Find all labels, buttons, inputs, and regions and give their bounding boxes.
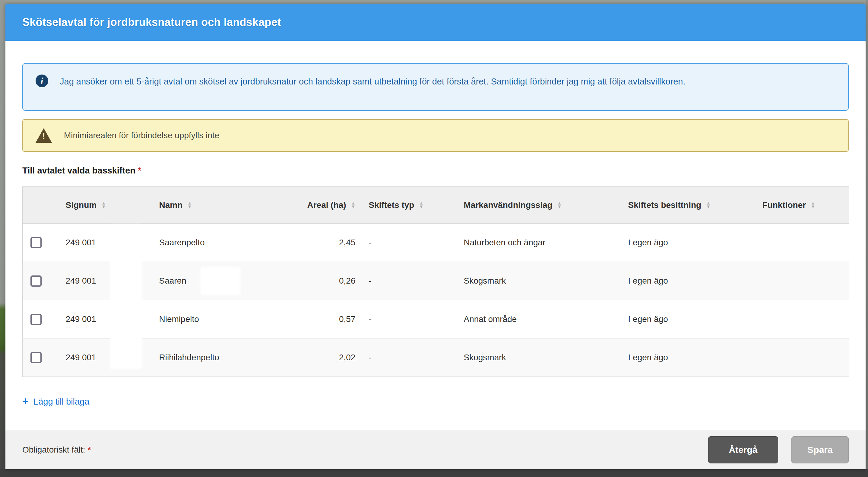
info-icon: i [36,74,48,87]
redaction-patch [111,226,141,368]
required-field-note: Obligatoriskt fält: * [22,445,91,455]
column-header-markanvandningsslag[interactable]: Markanvändningsslag▲▼ [453,187,617,223]
agreement-dialog: Skötselavtal för jordbruksnaturen och la… [5,4,866,469]
table-row: 249 001 Saarenpelto 2,45 - Naturbeten oc… [23,223,849,262]
dialog-footer: Obligatoriskt fält: * Återgå Spara [5,430,866,469]
warning-exclamation: ! [36,132,52,140]
page-background-top [0,0,868,4]
cell-areal: 2,02 [266,338,358,377]
info-banner-text: Jag ansöker om ett 5-årigt avtal om sköt… [60,74,685,90]
column-header-namn[interactable]: Namn▲▼ [148,187,266,223]
page-background-bottom [0,469,868,477]
sort-icon[interactable]: ▲▼ [187,201,192,208]
cell-skiftets-typ: - [358,262,453,300]
cell-funktioner [751,338,849,377]
column-header-skiftets-besittning[interactable]: Skiftets besittning▲▼ [617,187,751,223]
sort-icon[interactable]: ▲▼ [351,201,355,208]
warning-banner-text: Minimiarealen för förbindelse uppfylls i… [64,131,219,140]
sort-icon[interactable]: ▲▼ [101,201,106,208]
column-header-funktioner[interactable]: Funktioner▲▼ [751,187,849,223]
dialog-title: Skötselavtal för jordbruksnaturen och la… [22,16,281,29]
column-header-areal[interactable]: Areal (ha)▲▼ [266,187,358,223]
section-label-text: Till avtalet valda basskiften [22,166,135,175]
required-asterisk: * [138,166,141,175]
warning-banner: ! Minimiarealen för förbindelse uppfylls… [22,119,849,152]
dialog-header: Skötselavtal för jordbruksnaturen och la… [5,4,866,41]
cell-skiftets-besittning: I egen ägo [617,262,751,300]
cell-skiftets-typ: - [358,300,453,338]
table-header-row: Signum▲▼ Namn▲▼ Areal (ha)▲▼ Skiftets ty… [23,187,849,223]
table-row: 249 001 Saaren 0,26 - Skogsmark I egen ä… [23,262,849,300]
cell-areal: 0,26 [266,262,358,300]
cell-areal: 0,57 [266,300,358,338]
add-attachment-label: Lägg till bilaga [33,397,89,407]
table-row: 249 001 Niemipelto 0,57 - Annat område I… [23,300,849,338]
cell-skiftets-typ: - [358,223,453,262]
sort-icon[interactable]: ▲▼ [706,201,711,208]
parcels-table: Signum▲▼ Namn▲▼ Areal (ha)▲▼ Skiftets ty… [22,186,849,377]
cell-funktioner [751,223,849,262]
cell-skiftets-typ: - [358,338,453,377]
cell-namn: Saarenpelto [148,223,266,262]
cell-skiftets-besittning: I egen ägo [617,338,751,377]
info-banner: i Jag ansöker om ett 5-årigt avtal om sk… [22,63,849,111]
cell-skiftets-besittning: I egen ägo [617,300,751,338]
save-button[interactable]: Spara [792,436,849,464]
cell-markanvandningsslag: Skogsmark [453,262,617,300]
back-button[interactable]: Återgå [708,436,778,464]
redaction-patch [202,268,240,294]
cell-funktioner [751,300,849,338]
row-checkbox[interactable] [30,237,42,248]
section-label: Till avtalet valda basskiften * [22,166,849,176]
column-header-signum[interactable]: Signum▲▼ [54,187,148,223]
row-checkbox[interactable] [30,352,42,363]
plus-icon: + [22,396,29,407]
page-background-right [866,0,868,477]
add-attachment-link[interactable]: + Lägg till bilaga [22,396,89,407]
cell-skiftets-besittning: I egen ägo [617,223,751,262]
page-background-left [0,0,5,477]
cell-markanvandningsslag: Naturbeten och ängar [453,223,617,262]
cell-areal: 2,45 [266,223,358,262]
header-checkbox-column [23,187,54,223]
table-row: 249 001 Riihilahdenpelto 2,02 - Skogsmar… [23,338,849,377]
cell-markanvandningsslag: Skogsmark [453,338,617,377]
sort-icon[interactable]: ▲▼ [557,201,562,208]
row-checkbox[interactable] [30,314,42,325]
dialog-body: i Jag ansöker om ett 5-årigt avtal om sk… [5,41,866,430]
cell-funktioner [751,262,849,300]
row-checkbox[interactable] [30,275,42,287]
cell-namn: Riihilahdenpelto [148,338,266,377]
warning-icon: ! [36,128,52,143]
redaction-patch [217,310,250,334]
column-header-skiftets-typ[interactable]: Skiftets typ▲▼ [358,187,453,223]
sort-icon[interactable]: ▲▼ [419,201,424,208]
required-asterisk: * [88,445,91,454]
cell-markanvandningsslag: Annat område [453,300,617,338]
sort-icon[interactable]: ▲▼ [811,201,815,208]
